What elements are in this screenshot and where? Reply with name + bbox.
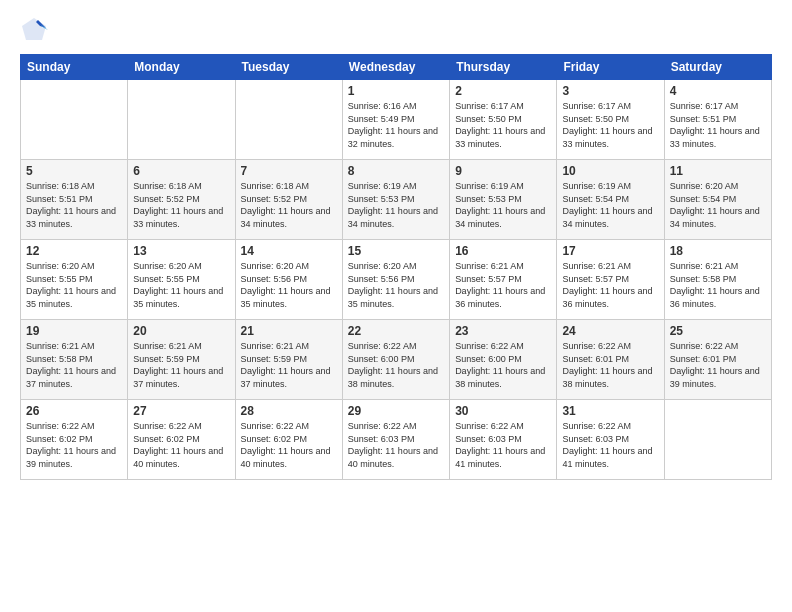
day-number: 13 [133,244,229,258]
day-header-thursday: Thursday [450,55,557,80]
calendar-cell: 5Sunrise: 6:18 AM Sunset: 5:51 PM Daylig… [21,160,128,240]
day-info: Sunrise: 6:22 AM Sunset: 6:00 PM Dayligh… [455,340,551,390]
day-number: 8 [348,164,444,178]
day-number: 14 [241,244,337,258]
calendar-cell: 30Sunrise: 6:22 AM Sunset: 6:03 PM Dayli… [450,400,557,480]
day-number: 24 [562,324,658,338]
day-number: 4 [670,84,766,98]
day-number: 2 [455,84,551,98]
day-info: Sunrise: 6:20 AM Sunset: 5:55 PM Dayligh… [26,260,122,310]
day-info: Sunrise: 6:22 AM Sunset: 6:03 PM Dayligh… [455,420,551,470]
day-number: 30 [455,404,551,418]
day-number: 17 [562,244,658,258]
calendar-cell: 23Sunrise: 6:22 AM Sunset: 6:00 PM Dayli… [450,320,557,400]
day-info: Sunrise: 6:21 AM Sunset: 5:58 PM Dayligh… [670,260,766,310]
day-number: 28 [241,404,337,418]
page: SundayMondayTuesdayWednesdayThursdayFrid… [0,0,792,612]
day-number: 16 [455,244,551,258]
calendar-cell: 21Sunrise: 6:21 AM Sunset: 5:59 PM Dayli… [235,320,342,400]
day-info: Sunrise: 6:18 AM Sunset: 5:52 PM Dayligh… [133,180,229,230]
header [20,16,772,44]
day-number: 27 [133,404,229,418]
calendar-cell: 19Sunrise: 6:21 AM Sunset: 5:58 PM Dayli… [21,320,128,400]
calendar-cell [235,80,342,160]
calendar-cell: 4Sunrise: 6:17 AM Sunset: 5:51 PM Daylig… [664,80,771,160]
day-info: Sunrise: 6:21 AM Sunset: 5:59 PM Dayligh… [241,340,337,390]
calendar-cell: 10Sunrise: 6:19 AM Sunset: 5:54 PM Dayli… [557,160,664,240]
day-number: 31 [562,404,658,418]
day-header-sunday: Sunday [21,55,128,80]
day-info: Sunrise: 6:22 AM Sunset: 6:01 PM Dayligh… [670,340,766,390]
calendar-cell: 12Sunrise: 6:20 AM Sunset: 5:55 PM Dayli… [21,240,128,320]
calendar-cell: 9Sunrise: 6:19 AM Sunset: 5:53 PM Daylig… [450,160,557,240]
day-info: Sunrise: 6:18 AM Sunset: 5:52 PM Dayligh… [241,180,337,230]
day-info: Sunrise: 6:17 AM Sunset: 5:51 PM Dayligh… [670,100,766,150]
day-info: Sunrise: 6:21 AM Sunset: 5:59 PM Dayligh… [133,340,229,390]
day-info: Sunrise: 6:22 AM Sunset: 6:02 PM Dayligh… [133,420,229,470]
day-number: 12 [26,244,122,258]
calendar-cell: 18Sunrise: 6:21 AM Sunset: 5:58 PM Dayli… [664,240,771,320]
day-number: 29 [348,404,444,418]
calendar-cell: 8Sunrise: 6:19 AM Sunset: 5:53 PM Daylig… [342,160,449,240]
day-number: 10 [562,164,658,178]
calendar-cell: 13Sunrise: 6:20 AM Sunset: 5:55 PM Dayli… [128,240,235,320]
day-number: 3 [562,84,658,98]
day-number: 18 [670,244,766,258]
calendar-cell: 1Sunrise: 6:16 AM Sunset: 5:49 PM Daylig… [342,80,449,160]
calendar-cell: 20Sunrise: 6:21 AM Sunset: 5:59 PM Dayli… [128,320,235,400]
calendar-cell: 29Sunrise: 6:22 AM Sunset: 6:03 PM Dayli… [342,400,449,480]
calendar-cell: 22Sunrise: 6:22 AM Sunset: 6:00 PM Dayli… [342,320,449,400]
day-number: 22 [348,324,444,338]
day-info: Sunrise: 6:22 AM Sunset: 6:02 PM Dayligh… [241,420,337,470]
day-info: Sunrise: 6:20 AM Sunset: 5:56 PM Dayligh… [241,260,337,310]
calendar-cell [128,80,235,160]
day-number: 7 [241,164,337,178]
day-number: 5 [26,164,122,178]
calendar-cell: 27Sunrise: 6:22 AM Sunset: 6:02 PM Dayli… [128,400,235,480]
calendar-cell: 24Sunrise: 6:22 AM Sunset: 6:01 PM Dayli… [557,320,664,400]
week-row-2: 12Sunrise: 6:20 AM Sunset: 5:55 PM Dayli… [21,240,772,320]
day-info: Sunrise: 6:22 AM Sunset: 6:02 PM Dayligh… [26,420,122,470]
calendar-cell: 14Sunrise: 6:20 AM Sunset: 5:56 PM Dayli… [235,240,342,320]
day-number: 6 [133,164,229,178]
calendar-cell: 25Sunrise: 6:22 AM Sunset: 6:01 PM Dayli… [664,320,771,400]
calendar-cell: 31Sunrise: 6:22 AM Sunset: 6:03 PM Dayli… [557,400,664,480]
day-info: Sunrise: 6:20 AM Sunset: 5:56 PM Dayligh… [348,260,444,310]
day-header-wednesday: Wednesday [342,55,449,80]
calendar-cell: 6Sunrise: 6:18 AM Sunset: 5:52 PM Daylig… [128,160,235,240]
header-row: SundayMondayTuesdayWednesdayThursdayFrid… [21,55,772,80]
calendar-cell: 15Sunrise: 6:20 AM Sunset: 5:56 PM Dayli… [342,240,449,320]
day-info: Sunrise: 6:21 AM Sunset: 5:57 PM Dayligh… [562,260,658,310]
day-number: 15 [348,244,444,258]
day-header-tuesday: Tuesday [235,55,342,80]
calendar-cell [21,80,128,160]
week-row-3: 19Sunrise: 6:21 AM Sunset: 5:58 PM Dayli… [21,320,772,400]
day-info: Sunrise: 6:16 AM Sunset: 5:49 PM Dayligh… [348,100,444,150]
day-info: Sunrise: 6:22 AM Sunset: 6:03 PM Dayligh… [562,420,658,470]
day-info: Sunrise: 6:21 AM Sunset: 5:57 PM Dayligh… [455,260,551,310]
day-number: 25 [670,324,766,338]
week-row-4: 26Sunrise: 6:22 AM Sunset: 6:02 PM Dayli… [21,400,772,480]
day-info: Sunrise: 6:20 AM Sunset: 5:54 PM Dayligh… [670,180,766,230]
day-number: 26 [26,404,122,418]
day-info: Sunrise: 6:21 AM Sunset: 5:58 PM Dayligh… [26,340,122,390]
day-number: 23 [455,324,551,338]
calendar-cell: 26Sunrise: 6:22 AM Sunset: 6:02 PM Dayli… [21,400,128,480]
day-number: 19 [26,324,122,338]
calendar-cell [664,400,771,480]
day-info: Sunrise: 6:22 AM Sunset: 6:01 PM Dayligh… [562,340,658,390]
day-info: Sunrise: 6:20 AM Sunset: 5:55 PM Dayligh… [133,260,229,310]
calendar-cell: 3Sunrise: 6:17 AM Sunset: 5:50 PM Daylig… [557,80,664,160]
day-number: 20 [133,324,229,338]
week-row-1: 5Sunrise: 6:18 AM Sunset: 5:51 PM Daylig… [21,160,772,240]
day-number: 11 [670,164,766,178]
logo [20,16,52,44]
day-info: Sunrise: 6:19 AM Sunset: 5:53 PM Dayligh… [455,180,551,230]
day-info: Sunrise: 6:18 AM Sunset: 5:51 PM Dayligh… [26,180,122,230]
day-info: Sunrise: 6:17 AM Sunset: 5:50 PM Dayligh… [455,100,551,150]
day-info: Sunrise: 6:19 AM Sunset: 5:53 PM Dayligh… [348,180,444,230]
week-row-0: 1Sunrise: 6:16 AM Sunset: 5:49 PM Daylig… [21,80,772,160]
calendar-cell: 28Sunrise: 6:22 AM Sunset: 6:02 PM Dayli… [235,400,342,480]
day-info: Sunrise: 6:22 AM Sunset: 6:03 PM Dayligh… [348,420,444,470]
day-info: Sunrise: 6:17 AM Sunset: 5:50 PM Dayligh… [562,100,658,150]
